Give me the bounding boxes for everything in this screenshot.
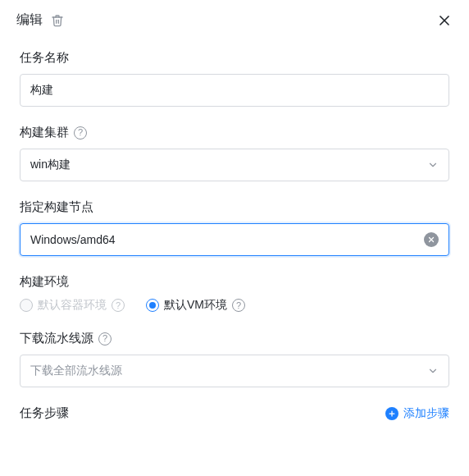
chevron-down-icon <box>427 159 439 171</box>
add-step-label: 添加步骤 <box>403 406 449 421</box>
radio-vm-label: 默认VM环境 <box>164 298 227 313</box>
build-node-input[interactable] <box>30 233 417 246</box>
form-scroll[interactable]: 任务名称 构建集群 ? win构建 指定构建节点 <box>0 40 469 476</box>
field-build-node: 指定构建节点 <box>20 199 449 256</box>
pipeline-source-label: 下载流水线源 <box>20 331 93 346</box>
help-icon[interactable]: ? <box>232 299 245 312</box>
field-build-cluster: 构建集群 ? win构建 <box>20 125 449 181</box>
pipeline-source-select[interactable]: 下载全部流水线源 <box>20 355 449 387</box>
build-node-label: 指定构建节点 <box>20 199 93 215</box>
chevron-down-icon <box>427 365 439 377</box>
build-cluster-select[interactable]: win构建 <box>20 149 449 181</box>
build-env-radios: 默认容器环境 ? 默认VM环境 ? <box>20 298 449 313</box>
radio-container-label: 默认容器环境 <box>38 298 107 313</box>
radio-container-env: 默认容器环境 ? <box>20 298 125 313</box>
pipeline-source-placeholder: 下载全部流水线源 <box>30 364 122 378</box>
field-task-name: 任务名称 <box>20 50 449 107</box>
help-icon[interactable]: ? <box>98 332 112 346</box>
task-name-label: 任务名称 <box>20 50 69 66</box>
build-cluster-label: 构建集群 <box>20 125 69 140</box>
build-cluster-value: win构建 <box>30 158 71 172</box>
radio-dot-icon <box>149 302 156 309</box>
panel-title: 编辑 <box>16 11 43 29</box>
task-name-input-wrap[interactable] <box>20 74 449 107</box>
radio-circle-icon <box>146 299 159 312</box>
build-node-input-wrap[interactable] <box>20 223 449 256</box>
field-pipeline-source: 下载流水线源 ? 下载全部流水线源 <box>20 331 449 387</box>
add-step-button[interactable]: 添加步骤 <box>385 406 449 421</box>
close-icon[interactable] <box>436 12 453 29</box>
panel-header: 编辑 <box>0 0 469 40</box>
build-env-label: 构建环境 <box>20 274 69 290</box>
field-build-env: 构建环境 默认容器环境 ? 默认VM环境 ? <box>20 274 449 313</box>
plus-circle-icon <box>385 407 398 420</box>
task-name-input[interactable] <box>30 84 439 97</box>
help-icon: ? <box>112 299 125 312</box>
clear-icon[interactable] <box>424 232 439 247</box>
help-icon[interactable]: ? <box>74 126 87 140</box>
radio-circle-icon <box>20 299 33 312</box>
delete-icon[interactable] <box>51 14 64 27</box>
radio-vm-env[interactable]: 默认VM环境 ? <box>146 298 245 313</box>
steps-label: 任务步骤 <box>20 405 69 421</box>
edit-panel: 编辑 任务名称 构建集群 ? win构建 <box>0 0 469 476</box>
field-steps: 任务步骤 添加步骤 <box>20 405 449 428</box>
